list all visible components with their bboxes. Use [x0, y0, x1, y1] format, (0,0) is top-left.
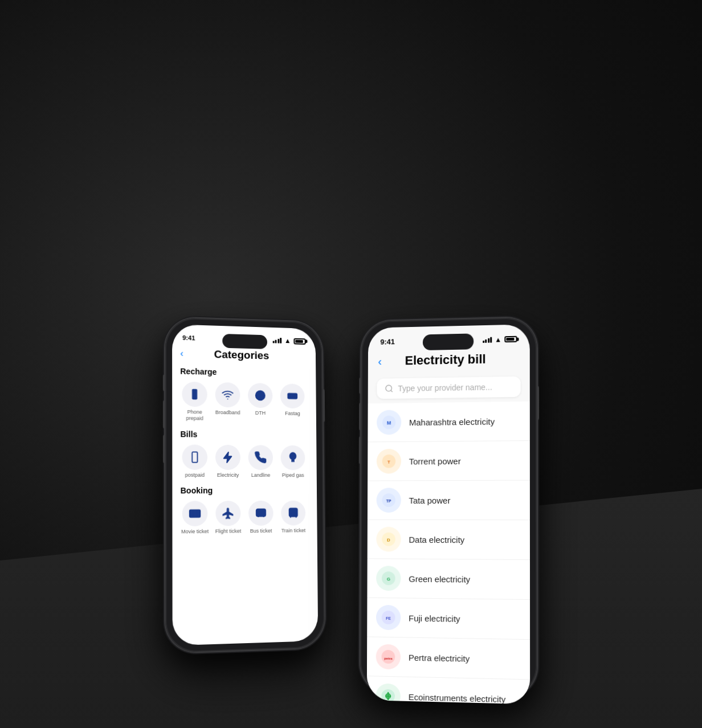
list-item[interactable]: Bus ticket — [244, 501, 277, 534]
provider-name: Data electricity — [409, 534, 464, 544]
provider-logo-maharashtra: M — [377, 410, 401, 435]
side-button-volume-down — [163, 435, 165, 464]
list-item[interactable]: Electricity — [211, 444, 244, 478]
flight-ticket-icon — [215, 501, 240, 526]
side-button-power-right — [537, 386, 539, 420]
svg-rect-0 — [192, 389, 197, 400]
list-item[interactable]: Landline — [244, 445, 277, 478]
status-icons-right: ▲ — [483, 335, 517, 343]
electricity-icon — [215, 444, 240, 469]
svg-point-15 — [258, 516, 259, 517]
postpaid-icon — [182, 444, 208, 470]
phone-prepaid-icon — [182, 382, 207, 407]
icon-label: Train ticket — [281, 528, 306, 534]
svg-point-2 — [227, 399, 228, 400]
svg-text:T: T — [387, 460, 390, 465]
list-item[interactable]: Flight ticket — [211, 501, 244, 535]
status-time-left: 9:41 — [182, 334, 195, 342]
svg-text:G: G — [387, 576, 390, 582]
battery-icon-right — [504, 336, 517, 342]
booking-grid: Movie ticket Flight ticket — [172, 501, 317, 535]
dynamic-island-right — [423, 333, 474, 350]
status-icons-left: ▲ — [272, 337, 305, 345]
icon-label: Landline — [251, 472, 271, 478]
phone-right: 9:41 ▲ ‹ Electricity bill — [360, 317, 537, 697]
list-item[interactable]: Phone prepaid — [178, 382, 211, 422]
provider-item-fuji[interactable]: FE Fuji electricity — [367, 598, 530, 640]
broadband-icon — [215, 382, 240, 408]
provider-logo-green: G — [376, 566, 401, 591]
landline-icon — [248, 445, 273, 470]
svg-point-16 — [263, 516, 264, 517]
svg-text:D: D — [387, 538, 390, 543]
provider-logo-torrent: T — [377, 449, 401, 474]
provider-name: Fuji electricity — [409, 613, 460, 623]
section-booking: Booking — [172, 484, 317, 501]
list-item[interactable]: postpaid — [178, 444, 211, 478]
section-bills: Bills — [172, 427, 316, 445]
side-button-silent — [163, 374, 165, 391]
list-item[interactable]: Broadband — [211, 382, 244, 422]
svg-point-20 — [291, 513, 292, 515]
icon-label: Fastag — [285, 411, 300, 417]
list-item[interactable]: FT Fastag — [276, 383, 309, 423]
list-item[interactable]: DTH — [244, 383, 276, 423]
movie-ticket-icon — [182, 501, 208, 527]
status-time-right: 9:41 — [380, 337, 394, 346]
provider-item-pertra[interactable]: petra Pertra electricity — [367, 637, 530, 680]
provider-logo-data: D — [376, 527, 401, 552]
phone-left: 9:41 ▲ ‹ Categories — [165, 317, 325, 653]
provider-item-maharashtra[interactable]: M Maharashtra electricity — [368, 402, 529, 443]
bills-grid: postpaid Electricity — [172, 444, 317, 478]
side-button-silent-right — [359, 377, 361, 394]
list-item[interactable]: Movie ticket — [178, 501, 212, 535]
icon-label: Piped gas — [282, 472, 304, 478]
dth-icon — [248, 383, 272, 408]
back-button-right[interactable]: ‹ — [378, 355, 382, 368]
provider-item-green[interactable]: G Green electricity — [367, 559, 530, 600]
wifi-icon-left: ▲ — [284, 337, 291, 345]
icon-label: Flight ticket — [215, 529, 242, 535]
provider-logo-tata: TP — [377, 488, 401, 513]
train-ticket-icon — [281, 501, 305, 526]
icon-label: Bus ticket — [250, 528, 272, 534]
screen-title-right: Electricity bill — [386, 351, 505, 369]
signal-icon-left — [272, 338, 281, 343]
list-item[interactable]: Train ticket — [277, 501, 309, 534]
search-icon — [385, 384, 394, 393]
search-bar[interactable]: Type your provider name... — [377, 377, 520, 399]
side-button-volume-up-right — [359, 403, 361, 431]
provider-list: M Maharashtra electricity T Torrent powe… — [367, 399, 530, 705]
provider-name: Pertra electricity — [409, 652, 470, 663]
provider-item-tata[interactable]: TP Tata power — [368, 481, 530, 521]
fastag-icon: FT — [280, 383, 305, 408]
screen-title-left: Categories — [188, 347, 295, 363]
icon-label: DTH — [255, 410, 266, 416]
signal-icon-right — [483, 337, 492, 342]
side-button-volume-down-right — [359, 436, 361, 464]
list-item[interactable]: Piped gas — [277, 445, 309, 478]
provider-name: Torrent power — [409, 456, 461, 465]
provider-name: Green electricity — [409, 574, 470, 584]
icon-label: Electricity — [217, 472, 239, 478]
wifi-icon-right: ▲ — [495, 336, 501, 343]
provider-item-torrent[interactable]: T Torrent power — [368, 441, 530, 481]
svg-text:FT: FT — [292, 395, 296, 398]
svg-rect-9 — [192, 452, 197, 463]
search-input[interactable]: Type your provider name... — [398, 382, 492, 392]
svg-rect-10 — [190, 510, 201, 517]
provider-name: Maharashtra electricity — [409, 416, 495, 427]
battery-icon-left — [293, 338, 305, 344]
provider-item-eco[interactable]: Ecoinstruments electricity — [367, 676, 530, 704]
phone-left-screen: 9:41 ▲ ‹ Categories — [172, 324, 318, 645]
provider-item-data[interactable]: D Data electricity — [368, 520, 530, 560]
provider-name: Tata power — [409, 496, 451, 505]
icon-label: Broadband — [215, 410, 240, 416]
provider-logo-fuji: FE — [376, 605, 401, 631]
recharge-grid: Phone prepaid Broadband — [172, 381, 316, 423]
phone-right-screen: 9:41 ▲ ‹ Electricity bill — [367, 324, 530, 704]
icon-label: postpaid — [185, 472, 205, 478]
icon-label: Movie ticket — [181, 529, 209, 535]
svg-text:TP: TP — [386, 499, 391, 503]
back-button-left[interactable]: ‹ — [180, 348, 183, 359]
